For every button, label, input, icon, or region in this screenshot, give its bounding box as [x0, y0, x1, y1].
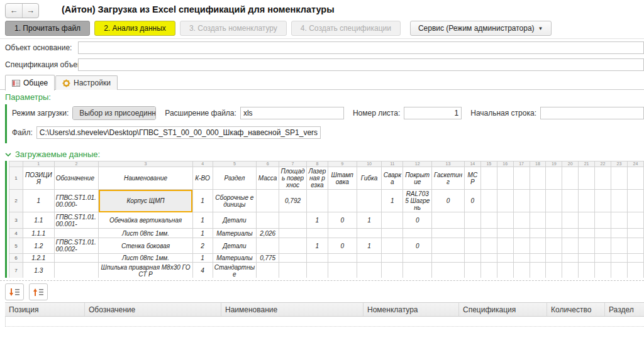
- forward-button[interactable]: →: [22, 4, 38, 18]
- grid-empty-cell[interactable]: [480, 263, 497, 278]
- grid-empty-cell[interactable]: [611, 190, 627, 212]
- grid-cell[interactable]: 0,792: [279, 190, 307, 212]
- grid-cell[interactable]: [382, 263, 403, 278]
- step-read-file-button[interactable]: 1. Прочитать файл: [5, 21, 90, 36]
- base-object-input[interactable]: [78, 41, 644, 54]
- grid-cell[interactable]: 0: [403, 212, 432, 229]
- grid-cell[interactable]: ГПВС.ST1.01.00.000-: [54, 190, 99, 212]
- grid-cell[interactable]: 2: [192, 238, 213, 254]
- grid-empty-cell[interactable]: [480, 190, 497, 212]
- grid-cell[interactable]: [464, 212, 480, 229]
- grid-empty-cell[interactable]: [480, 167, 497, 190]
- grid-cell[interactable]: Детали: [213, 238, 257, 254]
- grid-cell[interactable]: [432, 212, 465, 229]
- grid-empty-cell[interactable]: [579, 229, 595, 238]
- grid-header-cell[interactable]: Гибка: [357, 167, 382, 190]
- grid-cell[interactable]: [382, 254, 403, 263]
- grid-cell[interactable]: 1: [192, 212, 213, 229]
- sheet-number-input[interactable]: [404, 107, 462, 119]
- grid-cell[interactable]: 1: [192, 254, 213, 263]
- result-col-designation[interactable]: Обозначение: [85, 303, 221, 316]
- grid-cell[interactable]: [279, 254, 307, 263]
- grid-empty-cell[interactable]: [497, 229, 513, 238]
- grid-cell[interactable]: [464, 238, 480, 254]
- grid-empty-cell[interactable]: [530, 212, 546, 229]
- grid-empty-cell[interactable]: [497, 212, 513, 229]
- service-menu-button[interactable]: Сервис (Режим администратора) ▼: [410, 21, 552, 36]
- grid-empty-cell[interactable]: [562, 167, 579, 190]
- grid-cell[interactable]: 1: [357, 238, 382, 254]
- grid-cell[interactable]: [357, 190, 382, 212]
- grid-cell[interactable]: 0: [432, 190, 465, 212]
- start-row-input[interactable]: [540, 107, 644, 119]
- tab-general[interactable]: Общее: [5, 75, 55, 90]
- grid-cell[interactable]: 1.2.1: [23, 254, 54, 263]
- loaded-data-section-header[interactable]: Загружаемые данные:: [5, 150, 100, 159]
- grid-header-cell[interactable]: Сварка: [382, 167, 403, 190]
- grid-empty-cell[interactable]: [497, 263, 513, 278]
- grid-empty-cell[interactable]: [546, 212, 562, 229]
- grid-empty-cell[interactable]: [595, 167, 611, 190]
- grid-cell[interactable]: [357, 263, 382, 278]
- grid-cell[interactable]: [382, 212, 403, 229]
- move-up-button[interactable]: [29, 283, 48, 300]
- grid-empty-cell[interactable]: [579, 263, 595, 278]
- grid-cell[interactable]: ГПВС.ST1.01.00.001-: [54, 212, 99, 229]
- grid-header-cell[interactable]: Масса: [257, 167, 279, 190]
- grid-header-cell[interactable]: Лазерная резка: [306, 167, 328, 190]
- grid-empty-cell[interactable]: [546, 167, 562, 190]
- file-path-input[interactable]: [36, 126, 321, 139]
- grid-empty-cell[interactable]: [562, 238, 579, 254]
- grid-empty-cell[interactable]: [627, 212, 643, 229]
- grid-empty-cell[interactable]: [530, 254, 546, 263]
- grid-cell[interactable]: [54, 229, 99, 238]
- move-down-button[interactable]: [5, 283, 24, 300]
- grid-empty-cell[interactable]: [546, 190, 562, 212]
- grid-empty-cell[interactable]: [513, 254, 530, 263]
- grid-cell[interactable]: 4: [192, 263, 213, 278]
- step-analyze-data-button[interactable]: 2. Анализ данных: [94, 21, 175, 36]
- grid-empty-cell[interactable]: [480, 212, 497, 229]
- grid-cell[interactable]: Детали: [213, 212, 257, 229]
- grid-empty-cell[interactable]: [579, 238, 595, 254]
- grid-empty-cell[interactable]: [627, 229, 643, 238]
- grid-cell[interactable]: 0: [464, 190, 480, 212]
- grid-empty-cell[interactable]: [546, 229, 562, 238]
- grid-empty-cell[interactable]: [513, 238, 530, 254]
- grid-cell[interactable]: [403, 263, 432, 278]
- grid-cell[interactable]: [328, 229, 357, 238]
- grid-header-cell[interactable]: Площадь поверхнос: [279, 167, 307, 190]
- grid-cell[interactable]: Материалы: [213, 229, 257, 238]
- grid-empty-cell[interactable]: [480, 238, 497, 254]
- grid-empty-cell[interactable]: [546, 254, 562, 263]
- grid-empty-cell[interactable]: [579, 212, 595, 229]
- grid-cell[interactable]: [257, 190, 279, 212]
- grid-header-cell[interactable]: Гаскетинг: [432, 167, 465, 190]
- grid-cell[interactable]: [382, 229, 403, 238]
- grid-empty-cell[interactable]: [595, 238, 611, 254]
- grid-empty-cell[interactable]: [497, 167, 513, 190]
- grid-cell[interactable]: [357, 254, 382, 263]
- grid-header-cell[interactable]: Раздел: [213, 167, 257, 190]
- result-table-body[interactable]: [5, 317, 644, 327]
- grid-cell[interactable]: [357, 229, 382, 238]
- grid-cell[interactable]: [257, 212, 279, 229]
- grid-empty-cell[interactable]: [497, 254, 513, 263]
- grid-cell[interactable]: 0,775: [257, 254, 279, 263]
- grid-cell[interactable]: [403, 254, 432, 263]
- grid-cell[interactable]: ГПВС.ST1.01.00.002-: [54, 238, 99, 254]
- grid-cell[interactable]: 0: [403, 238, 432, 254]
- grid-empty-cell[interactable]: [611, 263, 627, 278]
- grid-cell[interactable]: 2,026: [257, 229, 279, 238]
- grid-empty-cell[interactable]: [611, 167, 627, 190]
- grid-empty-cell[interactable]: [595, 263, 611, 278]
- grid-cell[interactable]: 1: [357, 212, 382, 229]
- grid-cell[interactable]: [382, 238, 403, 254]
- load-mode-option-attached[interactable]: Выбор из присоединненных: [73, 107, 156, 119]
- grid-cell[interactable]: [54, 263, 99, 278]
- grid-empty-cell[interactable]: [595, 212, 611, 229]
- grid-cell[interactable]: [328, 254, 357, 263]
- grid-empty-cell[interactable]: [595, 254, 611, 263]
- grid-empty-cell[interactable]: [513, 229, 530, 238]
- grid-empty-cell[interactable]: [627, 254, 643, 263]
